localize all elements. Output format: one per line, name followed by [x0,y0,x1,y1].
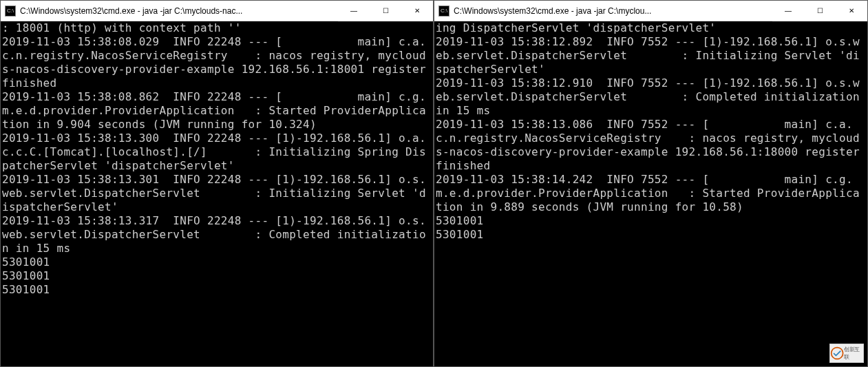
window-controls-right: — ☐ ✕ [772,1,867,21]
svg-point-0 [832,348,843,359]
watermark-logo: 创新互联 [829,344,864,363]
maximize-button[interactable]: ☐ [804,1,836,21]
titlebar-right[interactable]: C:\ C:\Windows\system32\cmd.exe - java -… [434,1,867,21]
minimize-button[interactable]: — [338,1,370,21]
title-text-right: C:\Windows\system32\cmd.exe - java -jar … [454,6,772,16]
maximize-button[interactable]: ☐ [370,1,401,21]
close-button[interactable]: ✕ [401,1,433,21]
window-controls-left: — ☐ ✕ [338,1,433,21]
minimize-button[interactable]: — [772,1,804,21]
console-output-left[interactable]: : 18001 (http) with context path '' 2019… [1,21,433,366]
cmd-icon: C:\ [5,6,16,17]
console-output-right[interactable]: ing DispatcherServlet 'dispatcherServlet… [434,21,867,366]
cmd-window-right: C:\ C:\Windows\system32\cmd.exe - java -… [434,0,868,367]
cmd-window-left: C:\ C:\Windows\system32\cmd.exe - java -… [0,0,434,367]
cmd-icon: C:\ [438,6,449,17]
close-button[interactable]: ✕ [836,1,867,21]
watermark-icon [830,346,844,361]
watermark-text: 创新互联 [844,346,863,361]
title-text-left: C:\Windows\system32\cmd.exe - java -jar … [20,6,338,16]
titlebar-left[interactable]: C:\ C:\Windows\system32\cmd.exe - java -… [1,1,433,21]
